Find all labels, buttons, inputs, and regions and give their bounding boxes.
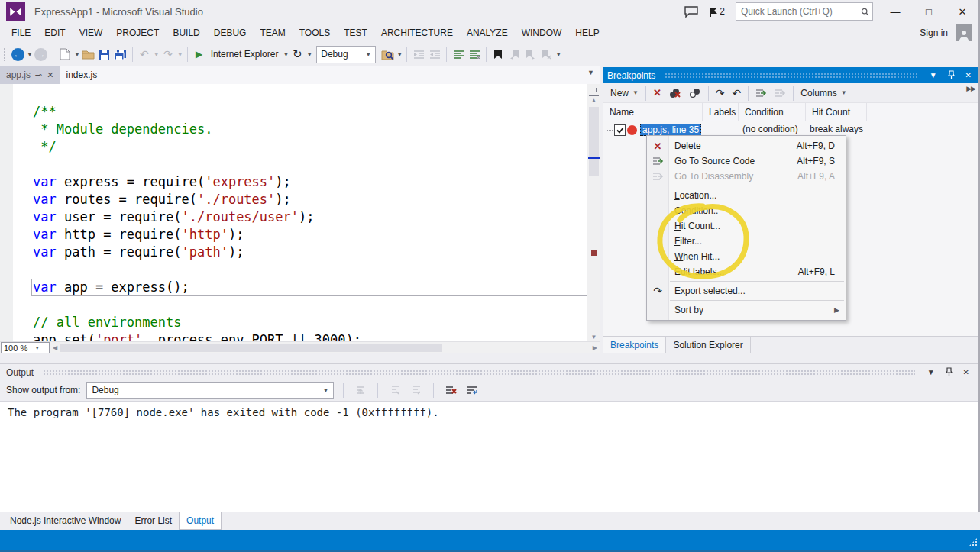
code-line[interactable]: /** [13,103,587,121]
editor-horizontal-scrollbar[interactable]: 100 % ▼ ◀ ▶ [0,341,600,353]
code-line[interactable] [13,261,587,279]
menu-build[interactable]: BUILD [166,24,206,41]
delete-all-breakpoints-icon[interactable] [665,86,685,100]
toggle-word-wrap-icon[interactable] [464,382,480,399]
column-header-condition[interactable]: Condition [739,103,806,121]
tab-overflow-icon[interactable]: ▼ [587,69,594,76]
code-line[interactable]: var user = require('./routes/user'); [13,208,587,226]
columns-button[interactable]: Columns ▼ [797,86,850,100]
panel-tab-solution-explorer[interactable]: Solution Explorer [666,337,750,353]
output-source-combo[interactable]: Debug ▼ [86,382,334,399]
toggle-all-breakpoints-icon[interactable] [685,86,705,100]
editor-tab-app.js[interactable]: app.js⊸✕ [0,66,60,84]
code-line[interactable]: var express = require('express'); [13,173,587,191]
code-line[interactable]: * Module dependencies. [13,121,587,138]
scroll-left-icon[interactable]: ◀ [50,344,60,351]
context-menu-item-delete[interactable]: ✕DeleteAlt+F9, D [647,138,846,153]
code-line[interactable]: var path = require('path'); [13,244,587,261]
user-avatar[interactable] [956,24,972,41]
delete-breakpoint-icon[interactable]: ✕ [649,86,665,100]
code-line[interactable] [13,156,587,173]
pin-tab-icon[interactable]: ⊸ [35,70,42,80]
pin-icon[interactable] [943,367,956,377]
menu-edit[interactable]: EDIT [37,24,72,41]
close-tab-icon[interactable]: ✕ [47,70,53,80]
run-target-label[interactable]: Internet Explorer [211,49,279,60]
toolbar-options-icon[interactable]: ▼ [555,51,561,58]
code-line[interactable] [13,296,587,314]
quick-launch-box[interactable] [736,2,873,21]
go-to-disassembly-icon[interactable] [771,87,790,99]
refresh-dropdown-icon[interactable]: ▼ [306,51,312,58]
code-line[interactable]: // all environments [13,314,587,331]
context-menu-item-when-hit[interactable]: When Hit... [647,249,846,264]
menu-view[interactable]: VIEW [73,24,110,41]
close-button[interactable]: ✕ [951,6,974,18]
breakpoints-title-bar[interactable]: Breakpoints ▼ ✕ [603,67,978,83]
new-file-dropdown-icon[interactable]: ▼ [74,51,80,58]
toolbar-overflow-icon[interactable]: ▶▶ [966,85,975,92]
notifications-flag[interactable]: 2 [709,6,725,17]
find-in-files-icon[interactable] [380,46,395,63]
vertical-scroll-thumb[interactable] [589,107,599,176]
editor-glyph-margin[interactable] [0,84,13,342]
uncomment-icon[interactable] [467,46,482,63]
clear-all-output-icon[interactable] [443,382,458,399]
pin-icon[interactable] [945,70,958,80]
panel-tab-breakpoints[interactable]: Breakpoints [603,337,666,353]
bottom-tab-node-js-interactive-window[interactable]: Node.js Interactive Window [3,512,128,530]
import-breakpoints-icon[interactable]: ↶ [729,86,746,100]
menu-window[interactable]: WINDOW [515,24,569,41]
context-menu-item-export-selected[interactable]: ↷Export selected... [647,283,846,299]
find-dropdown-icon[interactable]: ▼ [396,51,403,58]
scroll-down-icon[interactable]: ▼ [587,334,600,341]
menu-help[interactable]: HELP [568,24,606,41]
column-header-labels[interactable]: Labels [703,103,739,121]
bottom-tab-error-list[interactable]: Error List [128,512,179,530]
editor-tab-index.js[interactable]: index.js [60,66,103,84]
code-line[interactable]: app.set('port', process.env.PORT || 3000… [13,331,587,342]
window-position-icon[interactable]: ▼ [924,368,938,376]
scroll-right-icon[interactable]: ▶ [590,344,600,351]
undo-icon[interactable]: ↶ [137,46,152,63]
start-debugging-icon[interactable]: ▶ [192,46,207,63]
undo-dropdown-icon[interactable]: ▼ [154,51,160,58]
navigate-backward-dropdown-icon[interactable]: ▼ [27,51,33,58]
horizontal-scroll-thumb[interactable] [60,344,442,352]
editor-vertical-scrollbar[interactable]: ▲ ▼ [587,84,600,342]
go-to-message-icon[interactable] [353,382,368,399]
open-file-icon[interactable] [81,46,96,63]
previous-bookmark-icon[interactable] [506,46,522,63]
clear-bookmarks-icon[interactable] [539,46,554,63]
redo-icon[interactable]: ↷ [160,46,176,63]
menu-analyze[interactable]: ANALYZE [460,24,515,41]
previous-message-icon[interactable] [387,382,403,399]
minimize-button[interactable]: — [884,6,907,18]
navigate-forward-icon[interactable]: → [34,46,49,63]
toolbar-grip[interactable] [3,47,7,61]
save-icon[interactable] [97,46,112,63]
context-menu-item-filter[interactable]: Filter... [647,234,846,249]
solution-configuration-combo[interactable]: Debug ▼ [316,46,376,63]
decrease-indent-icon[interactable] [411,46,426,63]
context-menu-item-go-to-source-code[interactable]: Go To Source CodeAlt+F9, S [647,153,846,169]
increase-indent-icon[interactable] [427,46,442,63]
go-to-source-code-icon[interactable] [752,87,771,99]
menu-project[interactable]: PROJECT [109,24,166,41]
bottom-tab-output[interactable]: Output [179,512,222,530]
context-menu-item-sort-by[interactable]: Sort by▶ [647,302,846,318]
resize-grip[interactable] [969,537,978,547]
breakpoint-name[interactable]: app.js, line 35 [640,124,701,136]
context-menu-item-condition[interactable]: Condition.. [647,203,846,218]
code-line[interactable]: var http = require('http'); [13,226,587,244]
close-panel-icon[interactable]: ✕ [960,368,972,376]
run-target-dropdown-icon[interactable]: ▼ [283,51,289,58]
navigate-backward-icon[interactable]: ← [10,46,25,63]
close-panel-icon[interactable]: ✕ [962,71,975,79]
menu-tools[interactable]: TOOLS [293,24,337,41]
editor-zoom-combo[interactable]: 100 % ▼ [1,342,50,353]
quick-launch-input[interactable] [739,5,861,18]
context-menu-item-hit-count[interactable]: Hit Count... [647,218,846,234]
feedback-icon[interactable] [684,6,698,18]
context-menu-item-location[interactable]: Location... [647,188,846,203]
